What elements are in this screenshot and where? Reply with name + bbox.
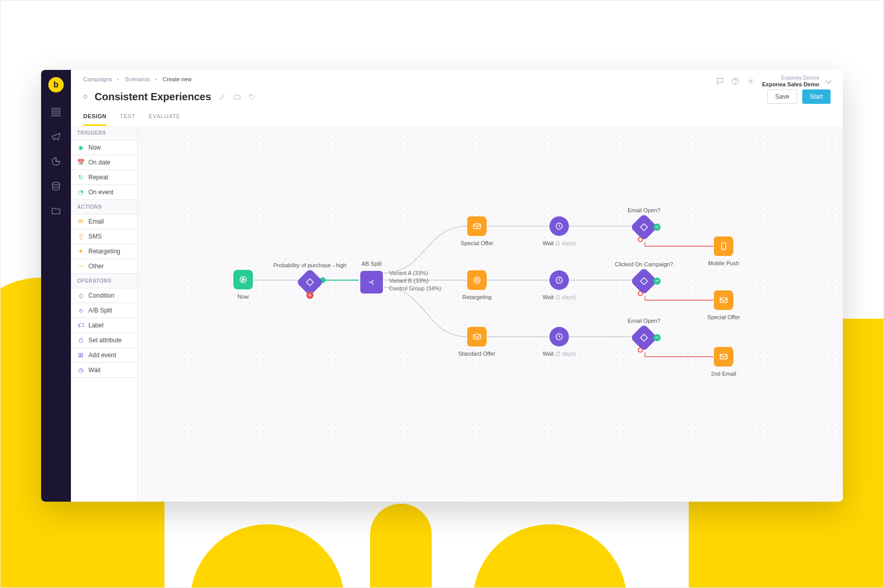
palette-item-email[interactable]: ✉Email: [71, 214, 137, 229]
svg-rect-3: [57, 113, 60, 116]
node-wait-3[interactable]: Wait (2 days): [528, 327, 590, 357]
node-retargeting[interactable]: Retargeting: [446, 270, 508, 300]
svg-point-8: [250, 95, 251, 96]
palette-item-ab-split[interactable]: ⎋A/B Split: [71, 303, 137, 318]
node-label: Clicked On Campaign?: [615, 261, 673, 267]
breadcrumb-current: Create new: [163, 76, 192, 82]
palette-group-triggers: TRIGGERS: [71, 126, 137, 140]
palette-item-on-date[interactable]: 📅On date: [71, 155, 137, 170]
analytics-icon[interactable]: [51, 156, 61, 167]
node-label: Standard Offer: [458, 351, 495, 357]
node-ab-split[interactable]: AB Split Variant A (33%) Variant B (33%)…: [341, 261, 402, 293]
node-special-offer[interactable]: Special Offer: [446, 216, 508, 246]
help-icon[interactable]: [731, 77, 740, 85]
decorative-blob: [473, 524, 627, 588]
dashboard-icon[interactable]: [51, 107, 61, 117]
palette-item-label[interactable]: 🏷Label: [71, 318, 137, 333]
node-label: Email Open?: [628, 207, 660, 213]
svg-point-15: [476, 279, 478, 282]
node-wait-1[interactable]: Wait (1 days): [528, 216, 590, 246]
pass-badge: [652, 222, 662, 232]
palette-item-condition[interactable]: ◇Condition: [71, 288, 137, 303]
svg-rect-20: [720, 355, 727, 359]
node-palette: TRIGGERS ◉Now 📅On date ↻Repeat ◔On event…: [71, 126, 138, 502]
svg-rect-1: [57, 108, 60, 112]
palette-item-wait[interactable]: ◷Wait: [71, 363, 137, 378]
tab-evaluate[interactable]: EVALUATE: [149, 113, 180, 126]
tab-test[interactable]: TEST: [120, 113, 135, 126]
pass-badge: [652, 276, 662, 286]
node-label: Retargeting: [463, 294, 492, 300]
folder-icon[interactable]: [233, 93, 241, 101]
decorative-blob: [190, 524, 344, 588]
pass-badge: [652, 333, 662, 343]
brand-logo[interactable]: b: [48, 77, 64, 93]
gear-icon[interactable]: [747, 77, 755, 85]
chevron-down-icon[interactable]: [825, 78, 831, 83]
node-condition-purchase[interactable]: Probability of purchase - high: [279, 262, 341, 292]
breadcrumb-campaigns[interactable]: Campaigns: [83, 76, 112, 82]
editor-tabs: DESIGN TEST EVALUATE: [83, 113, 831, 126]
node-email-open-2[interactable]: Email Open?: [613, 318, 675, 347]
chevron-right-icon: ▸: [155, 77, 158, 82]
fail-port: [637, 346, 644, 354]
org-name: Exponea Demos: [762, 75, 819, 81]
node-label: Probability of purchase - high: [273, 262, 346, 268]
status-indicator: [83, 95, 87, 99]
node-mobile-push[interactable]: Mobile Push: [693, 236, 754, 266]
node-label: Special Offer: [461, 240, 493, 246]
svg-rect-2: [52, 113, 56, 116]
decorative-blob: [370, 504, 432, 588]
palette-item-add-event[interactable]: ⊞Add event: [71, 348, 137, 363]
split-variant-labels: Variant A (33%) Variant B (33%) Control …: [389, 270, 441, 291]
tag-icon[interactable]: [248, 93, 256, 101]
node-standard-offer[interactable]: Standard Offer: [446, 327, 508, 357]
save-button[interactable]: Save: [767, 89, 797, 104]
breadcrumb-scenarios[interactable]: Scenarios: [125, 76, 150, 82]
scenario-title[interactable]: Consistent Experiences: [95, 91, 211, 103]
nav-rail: b: [41, 70, 71, 502]
node-label: Wait (2 days): [543, 351, 576, 357]
palette-item-sms[interactable]: ▯SMS: [71, 229, 137, 244]
edit-icon[interactable]: [218, 93, 226, 101]
node-label: AB Split: [361, 261, 381, 267]
svg-point-7: [750, 80, 752, 82]
data-icon[interactable]: [51, 181, 61, 191]
svg-point-14: [474, 277, 480, 283]
node-special-offer-2[interactable]: Special Offer: [693, 290, 754, 320]
svg-point-6: [735, 83, 735, 84]
chat-icon[interactable]: [716, 77, 724, 85]
palette-item-on-event[interactable]: ◔On event: [71, 185, 137, 200]
svg-rect-18: [473, 335, 481, 339]
node-now[interactable]: Now: [212, 270, 274, 300]
chevron-right-icon: ▸: [117, 77, 120, 82]
node-label: Wait (1 days): [543, 294, 576, 300]
tab-design[interactable]: DESIGN: [83, 113, 106, 126]
error-badge: [305, 290, 315, 301]
account-switcher[interactable]: Exponea Demos Exponea Sales Demo: [762, 75, 819, 87]
svg-rect-17: [720, 298, 727, 303]
node-label: Mobile Push: [708, 260, 740, 266]
node-wait-2[interactable]: Wait (1 days): [528, 270, 590, 300]
flow-canvas[interactable]: Now Probability of purchase - high AB Sp…: [138, 126, 843, 502]
palette-item-now[interactable]: ◉Now: [71, 140, 137, 155]
node-2nd-email[interactable]: 2nd Email: [693, 347, 754, 377]
palette-group-actions: ACTIONS: [71, 200, 137, 214]
svg-point-4: [52, 182, 59, 185]
palette-group-operators: OPERATORS: [71, 274, 137, 288]
folder-icon[interactable]: [51, 206, 61, 216]
palette-item-retargeting[interactable]: ✦Retargeting: [71, 244, 137, 259]
app-window: b Campaigns ▸ Scenarios ▸ Create new Exp…: [41, 70, 843, 502]
node-email-open-1[interactable]: Email Open?: [613, 207, 675, 237]
start-button[interactable]: Start: [802, 89, 831, 104]
fail-port: [637, 290, 644, 297]
node-label: Wait (1 days): [543, 240, 576, 246]
node-label: 2nd Email: [711, 371, 736, 377]
svg-rect-11: [473, 224, 481, 229]
palette-item-repeat[interactable]: ↻Repeat: [71, 170, 137, 185]
fail-port: [637, 236, 644, 243]
palette-item-set-attribute[interactable]: ⎙Set attribute: [71, 333, 137, 348]
node-clicked-campaign[interactable]: Clicked On Campaign?: [613, 261, 675, 291]
palette-item-other[interactable]: ⋯Other: [71, 259, 137, 274]
campaigns-icon[interactable]: [51, 132, 61, 142]
